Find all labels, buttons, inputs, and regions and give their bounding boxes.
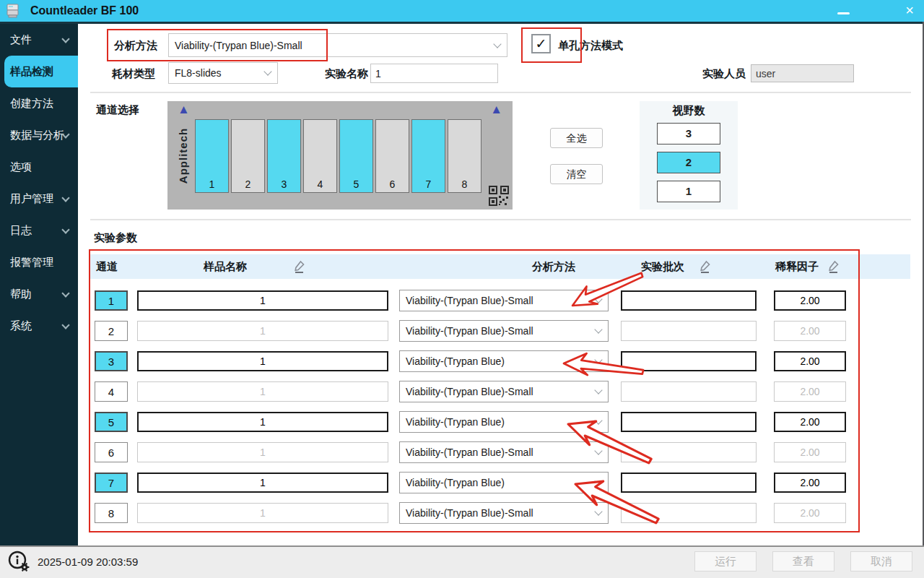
run-button[interactable]: 运行 [694,551,757,571]
clear-button[interactable]: 清空 [550,164,603,184]
dilution-input[interactable] [774,321,846,341]
sample-name-input[interactable] [137,321,388,341]
sample-name-input[interactable] [137,473,388,493]
sidebar-item-label: 选项 [10,160,32,173]
channel-4[interactable]: 4 [303,119,337,193]
sidebar-item[interactable]: 系统 [0,310,78,342]
batch-input[interactable] [621,351,757,371]
single-well-label: 单孔方法模式 [558,39,623,53]
chevron-down-icon [61,289,69,297]
sidebar-item-label: 帮助 [10,288,32,300]
channel-badge[interactable]: 5 [95,412,128,432]
qr-code-icon [489,186,509,206]
channel-5[interactable]: 5 [339,119,373,193]
batch-input[interactable] [621,412,757,432]
batch-input[interactable] [621,473,757,493]
dilution-input[interactable] [774,412,846,432]
edit-icon[interactable] [699,259,712,273]
col-sample: 样品名称 [204,260,247,274]
channel-8[interactable]: 8 [448,119,481,193]
method-dropdown[interactable]: Viability-(Trypan Blue) [399,472,609,493]
channel-number: 2 [232,178,264,190]
method-dropdown[interactable]: Viability-(Trypan Blue)-Small [399,290,609,311]
edit-icon[interactable] [293,259,306,273]
method-dropdown[interactable]: Viability-(Trypan Blue)-Small [399,381,609,402]
analysis-method-dropdown[interactable]: Viability-(Trypan Blue)-Small [168,33,507,57]
channel-badge[interactable]: 6 [95,442,128,462]
minimize-icon [837,12,850,14]
sample-name-input[interactable] [137,412,388,432]
channel-badge[interactable]: 8 [95,503,128,523]
dilution-input[interactable] [774,503,846,523]
batch-input[interactable] [621,290,757,311]
dilution-input[interactable] [774,473,846,493]
select-all-button[interactable]: 全选 [550,128,603,148]
dilution-input[interactable] [774,381,846,402]
col-dilution: 稀释因子 [775,260,819,274]
sidebar: 文件样品检测创建方法数据与分析选项用户管理日志报警管理帮助系统 [0,24,78,545]
sample-name-input[interactable] [137,442,388,462]
method-dropdown[interactable]: Viability-(Trypan Blue) [399,350,609,372]
sidebar-item[interactable]: 文件 [0,24,78,56]
sidebar-item-label: 数据与分析 [10,129,64,141]
sidebar-item[interactable]: 创建方法 [0,87,78,119]
minimize-button[interactable] [833,6,855,17]
fov-option-1[interactable]: 1 [657,181,720,202]
channel-badge[interactable]: 4 [95,381,128,402]
channel-number: 6 [376,178,409,190]
edit-icon[interactable] [827,259,840,273]
close-button[interactable]: × [898,0,921,22]
instrument-icon [4,2,22,20]
operator-label: 实验人员 [702,67,746,81]
chevron-down-icon [594,447,602,454]
view-button[interactable]: 查看 [772,551,834,571]
cancel-button[interactable]: 取消 [850,551,912,571]
batch-input[interactable] [621,442,757,462]
dilution-input[interactable] [774,351,846,371]
method-dropdown[interactable]: Viability-(Trypan Blue) [399,411,609,433]
method-value: Viability-(Trypan Blue) [406,473,505,493]
sidebar-item[interactable]: 报警管理 [0,246,78,278]
sample-name-input[interactable] [137,351,388,371]
batch-input[interactable] [621,503,757,523]
fov-option-2[interactable]: 2 [657,152,720,173]
channel-3[interactable]: 3 [267,119,301,193]
sidebar-item[interactable]: 帮助 [0,278,78,310]
fov-option-3[interactable]: 3 [657,123,720,144]
experiment-name-input[interactable] [370,64,498,83]
params-heading: 实验参数 [94,231,137,245]
consumable-label: 耗材类型 [112,67,155,81]
sample-name-input[interactable] [137,381,388,402]
consumable-dropdown[interactable]: FL8-slides [168,62,278,84]
method-dropdown[interactable]: Viability-(Trypan Blue)-Small [399,502,609,524]
method-dropdown[interactable]: Viability-(Trypan Blue)-Small [399,441,609,463]
app-window: Countleader BF 100 × 文件样品检测创建方法数据与分析选项用户… [0,0,924,578]
channel-number: 4 [304,178,336,190]
sidebar-item[interactable]: 用户管理 [0,183,78,215]
chevron-down-icon [61,35,69,43]
title-bar: Countleader BF 100 × [0,0,924,22]
sample-name-input[interactable] [137,290,388,311]
single-well-checkbox[interactable]: ✓ [531,34,551,53]
triangle-marker-icon: ▲ [490,103,502,116]
sidebar-item[interactable]: 选项 [0,151,78,183]
channel-badge[interactable]: 2 [95,321,128,341]
channel-7[interactable]: 7 [411,119,445,193]
dilution-input[interactable] [774,290,846,311]
batch-input[interactable] [621,321,757,341]
method-dropdown[interactable]: Viability-(Trypan Blue)-Small [399,320,609,342]
divider [90,219,911,220]
sample-name-input[interactable] [137,503,388,523]
dilution-input[interactable] [774,442,846,462]
batch-input[interactable] [621,381,757,402]
channel-badge[interactable]: 3 [95,351,128,371]
sidebar-item-active[interactable]: 样品检测 [4,56,78,87]
sidebar-item[interactable]: 日志 [0,215,78,246]
titlebar-divider [0,22,924,24]
sidebar-item[interactable]: 数据与分析 [0,119,78,151]
channel-badge[interactable]: 1 [95,290,128,311]
channel-1[interactable]: 1 [195,119,229,193]
channel-badge[interactable]: 7 [95,473,128,493]
channel-6[interactable]: 6 [375,119,409,193]
channel-2[interactable]: 2 [231,119,265,193]
